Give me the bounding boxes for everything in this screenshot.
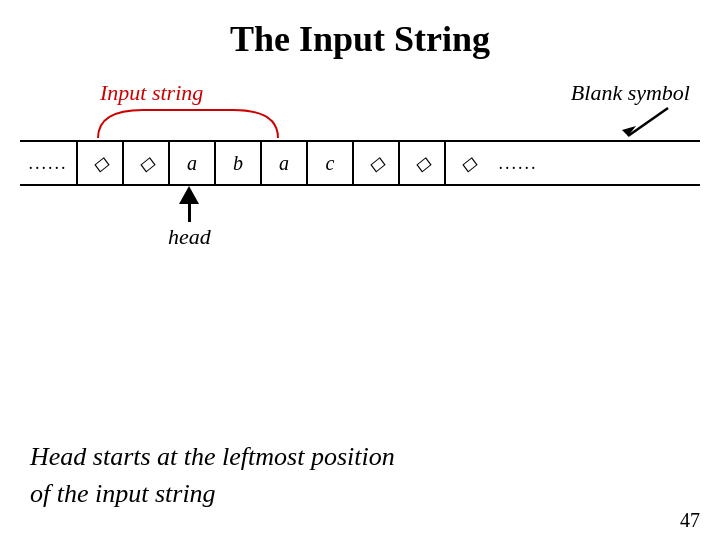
tape-cell-a2: a [260, 140, 306, 186]
tape-cell-blank2: ◇ [122, 140, 168, 186]
svg-line-0 [628, 108, 668, 136]
head-wrapper: head [20, 186, 700, 246]
description: Head starts at the leftmost position of … [30, 439, 395, 512]
head-indicator: head [168, 186, 211, 250]
tape-dots-left: ...... [20, 140, 76, 186]
tape-cell-c: c [306, 140, 352, 186]
tape-cell-blank1: ◇ [76, 140, 122, 186]
blank-symbol-label: Blank symbol [571, 80, 690, 106]
tape-cell-b: b [214, 140, 260, 186]
page-number: 47 [680, 509, 700, 532]
tape-cell-blank3: ◇ [352, 140, 398, 186]
head-arrow-shaft [188, 204, 191, 222]
tape-dots-right: ...... [490, 140, 546, 186]
input-string-brace [88, 106, 288, 140]
tape-wrapper: ...... ◇ ◇ a b a c ◇ ◇ ◇ ...... [20, 140, 700, 186]
tape-cell-a1: a [168, 140, 214, 186]
description-line1: Head starts at the leftmost position [30, 439, 395, 475]
blank-symbol-arrow [608, 104, 688, 140]
page-title: The Input String [0, 0, 720, 60]
tape: ...... ◇ ◇ a b a c ◇ ◇ ◇ ...... [20, 140, 700, 186]
input-string-label: Input string [100, 80, 203, 106]
tape-cell-blank5: ◇ [444, 140, 490, 186]
labels-area: Input string Blank symbol [20, 60, 700, 140]
head-label: head [168, 224, 211, 250]
description-line2: of the input string [30, 476, 395, 512]
head-arrow-up [179, 186, 199, 204]
tape-cell-blank4: ◇ [398, 140, 444, 186]
